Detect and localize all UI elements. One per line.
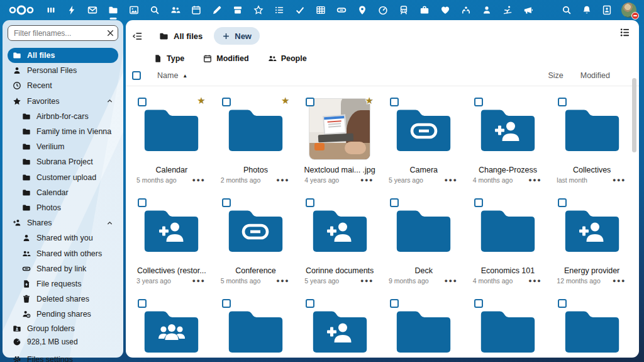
folder-tile[interactable]	[382, 296, 466, 358]
column-size[interactable]: Size	[548, 71, 563, 80]
file-checkbox[interactable]	[474, 98, 483, 106]
sidebar-item-file-requests[interactable]: File requests	[17, 276, 118, 291]
sidebar-item-customer-upload[interactable]: Customer upload	[17, 170, 118, 185]
scrollbar-thumb[interactable]	[632, 78, 636, 152]
avatar[interactable]	[621, 3, 636, 18]
maps-app-icon[interactable]	[357, 5, 367, 16]
contacts-menu-icon[interactable]	[601, 5, 612, 16]
filter-filenames-input[interactable]	[8, 25, 118, 41]
sidebar-group-folders[interactable]: Group folders	[8, 322, 118, 336]
collectives-app-icon[interactable]	[253, 5, 264, 16]
tasks-app-icon[interactable]	[294, 5, 305, 16]
file-checkbox[interactable]	[474, 198, 483, 207]
file-checkbox[interactable]	[306, 198, 314, 207]
folder-tile[interactable]	[466, 296, 550, 358]
view-toggle-button[interactable]	[619, 27, 630, 38]
travel-app-icon[interactable]	[398, 5, 409, 16]
file-checkbox[interactable]	[138, 299, 147, 308]
file-checkbox[interactable]	[306, 98, 314, 106]
notifications-bell-icon[interactable]	[581, 5, 592, 16]
file-actions-button[interactable]: ●●●	[276, 278, 289, 284]
file-actions-button[interactable]: ●●●	[613, 177, 626, 183]
calendar-app-icon[interactable]	[191, 5, 201, 16]
folder-tile[interactable]: Camera5 years ago●●●	[382, 94, 466, 195]
chevron-up-icon[interactable]	[106, 220, 113, 227]
sidebar-item-deleted-shares[interactable]: Deleted shares	[17, 291, 118, 307]
sidebar-item-recent[interactable]: Recent	[8, 78, 118, 93]
mail-app-icon[interactable]	[87, 5, 97, 16]
collapse-sidebar-icon[interactable]	[132, 31, 143, 42]
folder-tile[interactable]	[214, 296, 298, 358]
app-menu-app-icon[interactable]	[45, 5, 56, 16]
file-actions-button[interactable]: ●●●	[528, 177, 541, 183]
file-checkbox[interactable]	[390, 198, 399, 207]
file-checkbox[interactable]	[222, 98, 231, 106]
sidebar-quota[interactable]: 928,1 MB used	[8, 336, 118, 348]
deck-app-icon[interactable]	[232, 5, 243, 16]
folder-tile[interactable]	[297, 296, 382, 358]
announcements-app-icon[interactable]	[523, 5, 533, 16]
file-checkbox[interactable]	[390, 299, 399, 308]
folder-tile[interactable]: Corinne documents5 years ago●●●	[297, 195, 382, 296]
sidebar-item-all-files[interactable]: All files	[8, 48, 118, 63]
search-app-app-icon[interactable]	[149, 5, 160, 16]
file-actions-button[interactable]: ●●●	[192, 177, 206, 183]
sidebar-item-shares[interactable]: Shares	[8, 215, 118, 230]
filter-chip-modified[interactable]: Modified	[203, 54, 248, 63]
file-actions-button[interactable]: ●●●	[192, 278, 206, 284]
sidebar-item-shared-with-you[interactable]: Shared with you	[17, 230, 118, 246]
sidebar-item-family-time-in-vienna[interactable]: Family time in Vienna	[17, 124, 118, 139]
new-button[interactable]: New	[214, 27, 260, 45]
sidebar-item-shared-with-others[interactable]: Shared with others	[17, 246, 118, 261]
filter-chip-type[interactable]: Type	[153, 54, 184, 63]
work-app-icon[interactable]	[419, 5, 430, 16]
file-checkbox[interactable]	[138, 198, 147, 207]
sidebar-item-personal-files[interactable]: Personal Files	[8, 63, 118, 78]
file-actions-button[interactable]: ●●●	[360, 177, 374, 183]
wellbeing-app-icon[interactable]	[460, 5, 471, 16]
file-actions-button[interactable]: ●●●	[276, 177, 289, 183]
file-actions-button[interactable]: ●●●	[445, 177, 458, 183]
nextcloud-logo-icon[interactable]	[8, 4, 35, 16]
contacts-app-icon[interactable]	[170, 5, 180, 16]
column-modified[interactable]: Modified	[580, 71, 610, 80]
monitoring-app-icon[interactable]	[377, 5, 388, 16]
sidebar-item-airbnb-for-cars[interactable]: Airbnb-for-cars	[17, 109, 118, 124]
lists-app-icon[interactable]	[274, 5, 284, 16]
filter-chip-people[interactable]: People	[268, 54, 307, 63]
breadcrumb[interactable]: All files	[159, 31, 203, 41]
folder-tile[interactable]	[550, 296, 634, 358]
select-all-checkbox[interactable]	[132, 71, 141, 80]
file-actions-button[interactable]: ●●●	[528, 278, 541, 284]
folder-tile[interactable]: ★Calendar5 months ago●●●	[130, 94, 214, 195]
file-checkbox[interactable]	[558, 198, 567, 207]
file-checkbox[interactable]	[222, 198, 231, 207]
file-tile[interactable]: ★Nextcloud mai... .jpg4 years ago●●●	[297, 94, 382, 195]
sidebar-item-calendar[interactable]: Calendar	[17, 185, 118, 200]
links-app-icon[interactable]	[336, 5, 347, 16]
notes-app-icon[interactable]	[211, 5, 222, 16]
file-checkbox[interactable]	[558, 299, 567, 308]
sidebar-item-photos[interactable]: Photos	[17, 200, 118, 215]
file-checkbox[interactable]	[222, 299, 231, 308]
folder-tile[interactable]: Collectiveslast month●●●	[550, 94, 634, 195]
sidebar-item-pending-shares[interactable]: Pending shares	[17, 307, 118, 322]
activity-app-icon[interactable]	[66, 5, 77, 16]
folder-tile[interactable]: Economics 1014 months ago●●●	[466, 195, 550, 296]
tables-app-icon[interactable]	[315, 5, 326, 16]
folder-tile[interactable]: Collectives (restor...3 years ago●●●	[130, 195, 214, 296]
file-actions-button[interactable]: ●●●	[613, 278, 626, 284]
file-checkbox[interactable]	[306, 299, 314, 308]
folder-tile[interactable]	[130, 296, 214, 358]
sidebar-item-verilium[interactable]: Verilium	[17, 139, 118, 154]
chevron-up-icon[interactable]	[106, 98, 113, 105]
sidebar-item-favorites[interactable]: Favorites	[8, 94, 118, 109]
profile-app-icon[interactable]	[481, 5, 492, 16]
file-actions-button[interactable]: ●●●	[445, 278, 458, 284]
folder-tile[interactable]: Deck9 months ago●●●	[382, 195, 466, 296]
folder-tile[interactable]: Energy provider12 months ago●●●	[550, 195, 634, 296]
file-checkbox[interactable]	[474, 299, 483, 308]
folder-tile[interactable]: Conference5 months ago●●●	[214, 195, 298, 296]
file-actions-button[interactable]: ●●●	[360, 278, 374, 284]
sidebar-item-subrana-project[interactable]: Subrana Project	[17, 154, 118, 169]
